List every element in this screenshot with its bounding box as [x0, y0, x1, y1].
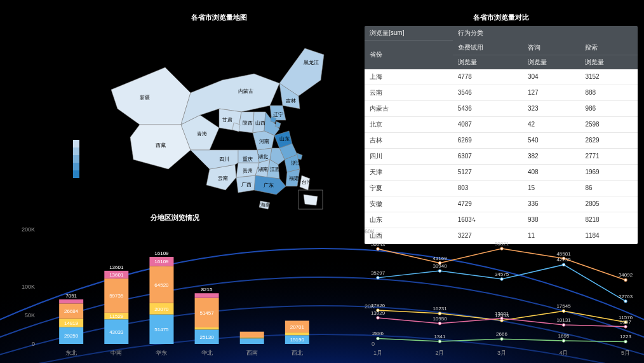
- province-table: 浏览量[sum]行为分类省份免费试用咨询搜索浏览量浏览量浏览量 上海477830…: [365, 26, 638, 244]
- svg-text:10950: 10950: [433, 316, 447, 322]
- svg-text:山西: 山西: [255, 120, 265, 126]
- table-row[interactable]: 内蒙古5436323986: [365, 100, 638, 116]
- bar-panel: 分地区浏览情况 050K100K200K2925914819266847051东…: [13, 213, 337, 356]
- svg-text:11529: 11529: [109, 313, 124, 319]
- svg-rect-37: [59, 299, 83, 303]
- bar-chart[interactable]: 050K100K200K2925914819266847051东北4303311…: [13, 226, 337, 360]
- svg-text:29259: 29259: [64, 333, 79, 339]
- svg-text:西藏: 西藏: [156, 142, 166, 148]
- svg-text:1341: 1341: [434, 334, 446, 339]
- svg-text:4月: 4月: [559, 350, 568, 356]
- svg-point-129: [624, 340, 627, 343]
- table-title: 各省市浏览量对比: [365, 13, 638, 22]
- svg-text:吉林: 吉林: [286, 98, 296, 104]
- svg-point-89: [624, 300, 627, 303]
- svg-point-85: [500, 278, 503, 280]
- svg-text:台湾: 台湾: [302, 179, 312, 185]
- svg-text:3月: 3月: [497, 350, 506, 356]
- svg-text:青海: 青海: [197, 131, 207, 137]
- svg-text:0: 0: [32, 341, 35, 347]
- svg-text:16109: 16109: [154, 259, 169, 264]
- line-chart[interactable]: 020K60K352973894034575422352276350643431…: [356, 226, 635, 360]
- svg-text:1月: 1月: [373, 350, 382, 356]
- table-row[interactable]: 天津51274081969: [365, 164, 638, 180]
- map-panel: 各省市浏览量地图: [70, 13, 368, 212]
- svg-rect-69: [240, 337, 264, 338]
- line-panel: 浏览量趋势变动 020K60K3529738940345754223522763…: [356, 213, 635, 356]
- svg-point-113: [438, 322, 441, 324]
- svg-text:辽宁: 辽宁: [273, 112, 283, 118]
- svg-text:四川: 四川: [219, 156, 229, 162]
- china-map[interactable]: 新疆 西藏 青海 内蒙古 黑龙江 吉林 辽宁 甘肃 陕西 山西 山东 河南 湖北…: [95, 26, 337, 210]
- svg-text:8215: 8215: [201, 287, 213, 292]
- svg-text:重庆: 重庆: [243, 156, 253, 162]
- svg-text:45581: 45581: [556, 251, 571, 257]
- svg-point-119: [624, 325, 627, 328]
- svg-text:13601: 13601: [109, 264, 124, 270]
- svg-text:13601: 13601: [109, 272, 124, 278]
- table-row[interactable]: 北京4087422598: [365, 116, 638, 132]
- svg-text:35297: 35297: [371, 270, 386, 276]
- svg-rect-62: [195, 327, 219, 329]
- svg-text:60K: 60K: [365, 228, 375, 235]
- svg-text:新疆: 新疆: [140, 95, 150, 100]
- svg-point-97: [562, 257, 565, 259]
- svg-text:50K: 50K: [25, 312, 35, 318]
- svg-text:200K: 200K: [22, 226, 35, 233]
- svg-point-83: [438, 270, 441, 272]
- svg-text:西北: 西北: [292, 350, 303, 356]
- svg-text:浙江: 浙江: [291, 160, 301, 166]
- svg-text:16231: 16231: [433, 306, 447, 312]
- svg-point-117: [562, 324, 565, 326]
- table-row[interactable]: 四川63073822771: [365, 148, 638, 164]
- svg-text:59735: 59735: [109, 293, 124, 299]
- svg-text:25130: 25130: [199, 334, 214, 340]
- svg-point-99: [624, 278, 627, 281]
- svg-text:海南: 海南: [260, 202, 271, 208]
- table-box[interactable]: 浏览量[sum]行为分类省份免费试用咨询搜索浏览量浏览量浏览量 上海477830…: [365, 26, 638, 244]
- svg-text:黑龙江: 黑龙江: [304, 60, 319, 65]
- svg-text:山东: 山东: [279, 136, 290, 142]
- svg-text:43033: 43033: [109, 329, 124, 335]
- svg-text:17545: 17545: [556, 303, 571, 309]
- svg-point-115: [500, 317, 503, 320]
- svg-point-121: [377, 337, 379, 339]
- svg-point-95: [500, 247, 503, 250]
- svg-text:64520: 64520: [154, 282, 169, 288]
- svg-point-91: [377, 247, 379, 250]
- svg-point-87: [562, 263, 565, 266]
- table-row[interactable]: 云南3546127888: [365, 85, 638, 100]
- svg-text:34092: 34092: [619, 272, 633, 278]
- svg-text:13929: 13929: [371, 310, 386, 316]
- svg-point-111: [377, 317, 379, 319]
- svg-text:15190: 15190: [290, 337, 305, 343]
- table-row[interactable]: 宁夏8031586: [365, 180, 638, 196]
- svg-text:51457: 51457: [199, 310, 214, 316]
- svg-text:43169: 43169: [433, 256, 447, 261]
- bar-title: 分地区浏览情况: [13, 213, 337, 223]
- svg-text:华北: 华北: [201, 350, 213, 356]
- svg-text:50821: 50821: [495, 241, 509, 247]
- table-panel: 各省市浏览量对比 浏览量[sum]行为分类省份免费试用咨询搜索浏览量浏览量浏览量…: [365, 13, 638, 244]
- svg-text:西南: 西南: [246, 350, 258, 356]
- svg-text:2666: 2666: [496, 331, 507, 337]
- svg-point-81: [377, 277, 379, 279]
- svg-point-93: [438, 261, 441, 264]
- svg-text:2月: 2月: [435, 350, 444, 356]
- table-row[interactable]: 上海47783043152: [365, 69, 638, 85]
- map-legend: [73, 140, 79, 178]
- svg-text:22763: 22763: [619, 294, 633, 299]
- table-row[interactable]: 安徽47293362805: [365, 196, 638, 212]
- svg-text:广东: 广东: [264, 182, 274, 188]
- table-row[interactable]: 吉林62695402629: [365, 132, 638, 148]
- line-title: 浏览量趋势变动: [356, 213, 635, 223]
- svg-text:20070: 20070: [154, 306, 169, 312]
- svg-text:13601: 13601: [495, 311, 509, 317]
- svg-text:34575: 34575: [495, 271, 509, 277]
- svg-text:湖北: 湖北: [258, 154, 268, 160]
- svg-rect-65: [195, 293, 219, 298]
- svg-rect-68: [240, 338, 264, 344]
- svg-text:甘肃: 甘肃: [222, 117, 232, 123]
- svg-text:陕西: 陕西: [243, 120, 253, 126]
- svg-text:50643: 50643: [371, 242, 386, 247]
